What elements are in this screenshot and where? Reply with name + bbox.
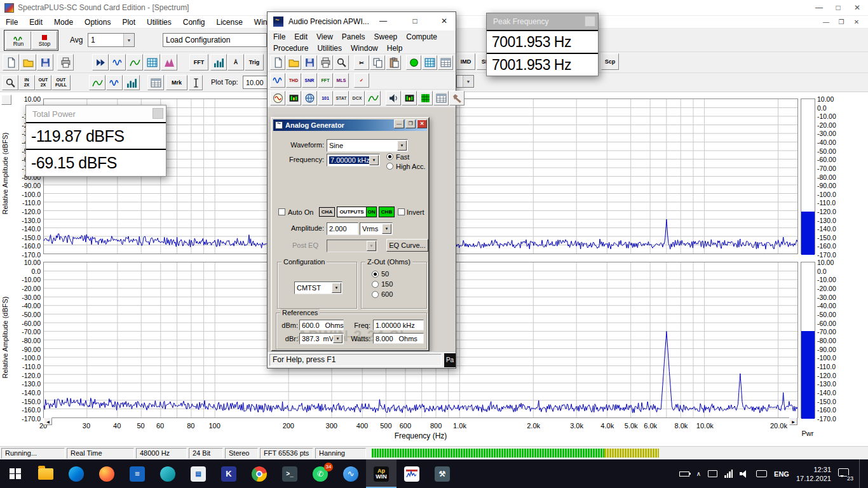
- taskbar-messaging[interactable]: ✆34: [305, 459, 336, 488]
- freq-ref-input[interactable]: 1.00000 kHz: [373, 320, 424, 330]
- z-out-radio-600[interactable]: [372, 291, 379, 298]
- ap-menu-compute[interactable]: Compute: [402, 32, 442, 41]
- avg-combo[interactable]: 1 ▼: [88, 33, 135, 47]
- spectrogram-view-button[interactable]: [144, 54, 160, 71]
- scroll-left-button[interactable]: ◀: [44, 417, 52, 425]
- amplitude-unit-combo[interactable]: Vrms ▼: [360, 222, 393, 235]
- panel-grid-button[interactable]: [422, 55, 437, 70]
- save-file-button[interactable]: [37, 54, 53, 71]
- smoothing-curve-button[interactable]: [106, 75, 123, 90]
- snr-panel-button[interactable]: SNR: [302, 73, 317, 88]
- taskbar-app-dark[interactable]: >_: [275, 459, 305, 488]
- touch-keyboard-icon[interactable]: [756, 470, 767, 477]
- network-icon[interactable]: [724, 470, 733, 478]
- monitor-icon[interactable]: [708, 470, 717, 477]
- close-button[interactable]: ✕: [848, 0, 867, 16]
- configuration-combo[interactable]: CMTST ▼: [294, 281, 342, 294]
- octave-bars-view-button[interactable]: [210, 54, 227, 71]
- z-out-radio-150[interactable]: [372, 281, 379, 288]
- run-fast-button[interactable]: [92, 54, 109, 71]
- invert-checkbox[interactable]: [398, 208, 405, 215]
- zoom-out-2x-button[interactable]: OUT2X: [35, 75, 51, 90]
- outputs-button[interactable]: OUTPUTS: [337, 207, 367, 217]
- auto-on-checkbox[interactable]: [278, 208, 285, 215]
- zoom-out-full-button[interactable]: OUTFULL: [51, 75, 71, 90]
- fft-panel-button[interactable]: FFT: [318, 73, 333, 88]
- taskbar-edge[interactable]: [61, 459, 92, 488]
- taskbar-spectraplus[interactable]: [397, 459, 427, 488]
- menu-edit[interactable]: Edit: [24, 18, 48, 27]
- language-indicator[interactable]: ENG: [774, 470, 789, 478]
- speed-radio-high-acc-[interactable]: [386, 163, 393, 170]
- level-monitor-button[interactable]: [402, 91, 417, 105]
- taskbar-app-teal[interactable]: [153, 459, 183, 488]
- dbm-input[interactable]: 600.0 Ohms: [299, 320, 344, 330]
- close-button[interactable]: ✕: [438, 17, 451, 25]
- minimize-button[interactable]: —: [377, 17, 390, 25]
- print-preview-button[interactable]: [334, 55, 349, 70]
- cursor-tool-button[interactable]: [189, 75, 203, 90]
- ap-menu-help[interactable]: Help: [383, 44, 407, 53]
- trigger-options-button[interactable]: Trig: [245, 54, 264, 71]
- utilities-tools-button[interactable]: [449, 91, 465, 105]
- analyzer-panel-button[interactable]: [286, 91, 301, 105]
- child-minimize-button[interactable]: —: [818, 17, 834, 28]
- dcx-panel-button[interactable]: DCX: [349, 91, 365, 105]
- cut-button[interactable]: ✂: [354, 55, 369, 70]
- frequency-combo[interactable]: 7.00000 kHz ▼: [327, 154, 380, 166]
- maximize-button[interactable]: □: [409, 17, 421, 25]
- taskbar-chrome[interactable]: [244, 459, 275, 488]
- start-button[interactable]: [0, 459, 31, 488]
- mls-panel-button[interactable]: MLS: [334, 73, 349, 88]
- menu-license[interactable]: License: [210, 18, 248, 27]
- stop-button[interactable]: Stop: [32, 31, 57, 50]
- generator-panel-button[interactable]: [270, 91, 285, 105]
- taskbar-apwin[interactable]: ApWIN: [366, 459, 397, 488]
- speed-radio-fast[interactable]: [386, 153, 393, 160]
- surface-view-button[interactable]: [161, 54, 177, 71]
- data-grid-button[interactable]: [417, 91, 433, 105]
- load-configuration-field[interactable]: Load Configuration: [163, 33, 267, 47]
- taskbar-file-explorer[interactable]: [31, 459, 61, 488]
- thd-panel-button[interactable]: THD: [286, 73, 301, 88]
- minimize-button[interactable]: —: [394, 119, 404, 128]
- child-close-button[interactable]: ✕: [849, 17, 864, 28]
- notification-center[interactable]: 23: [838, 468, 852, 480]
- data-table-button[interactable]: [147, 75, 164, 90]
- ap-menu-edit[interactable]: Edit: [290, 32, 312, 41]
- phase-view-button[interactable]: [126, 54, 143, 71]
- scope-button[interactable]: Scp: [601, 53, 619, 70]
- digital-io-panel-button[interactable]: 101: [318, 91, 333, 105]
- paste-button[interactable]: [386, 55, 401, 70]
- menu-file[interactable]: File: [0, 18, 24, 27]
- ap-menu-sweep[interactable]: Sweep: [370, 32, 402, 41]
- total-power-title-bar[interactable]: Total Power: [26, 105, 166, 122]
- status-panel-button[interactable]: STAT: [334, 91, 349, 105]
- marker-tool-button[interactable]: Mrk: [166, 75, 187, 90]
- taskbar-utility[interactable]: ⚒: [427, 459, 458, 488]
- window-options-button[interactable]: [153, 108, 163, 119]
- volume-icon[interactable]: [740, 470, 749, 478]
- eq-curve-button[interactable]: EQ Curve...: [386, 239, 428, 252]
- window-options-button[interactable]: [585, 16, 595, 27]
- waveform-combo[interactable]: Sine ▼: [327, 139, 408, 152]
- print-button[interactable]: [318, 55, 333, 70]
- ap-menu-window[interactable]: Window: [346, 44, 383, 53]
- peak-hold-curve-button[interactable]: [89, 75, 105, 90]
- taskbar-app-blue2[interactable]: ∿: [336, 459, 366, 488]
- copy-button[interactable]: [370, 55, 385, 70]
- ap-menu-utilities[interactable]: Utilities: [313, 44, 346, 53]
- zoom-tool-button[interactable]: [2, 75, 18, 90]
- menu-config[interactable]: Config: [177, 18, 211, 27]
- ap-menu-panels[interactable]: Panels: [337, 32, 370, 41]
- time-series-view-button[interactable]: [109, 54, 126, 71]
- scroll-right-button[interactable]: ▶: [789, 417, 797, 425]
- taskbar-app-k[interactable]: K: [214, 459, 244, 488]
- clock[interactable]: 12:31 17.12.2021: [796, 465, 831, 483]
- zoom-in-2x-button[interactable]: IN2X: [18, 75, 35, 90]
- child-restore-button[interactable]: ❐: [834, 17, 849, 28]
- data-editor-button[interactable]: [433, 91, 449, 105]
- new-file-button[interactable]: [3, 54, 19, 71]
- display-mode-combo[interactable]: ▼: [456, 75, 474, 88]
- taskbar-app-blue[interactable]: ≡: [122, 459, 153, 488]
